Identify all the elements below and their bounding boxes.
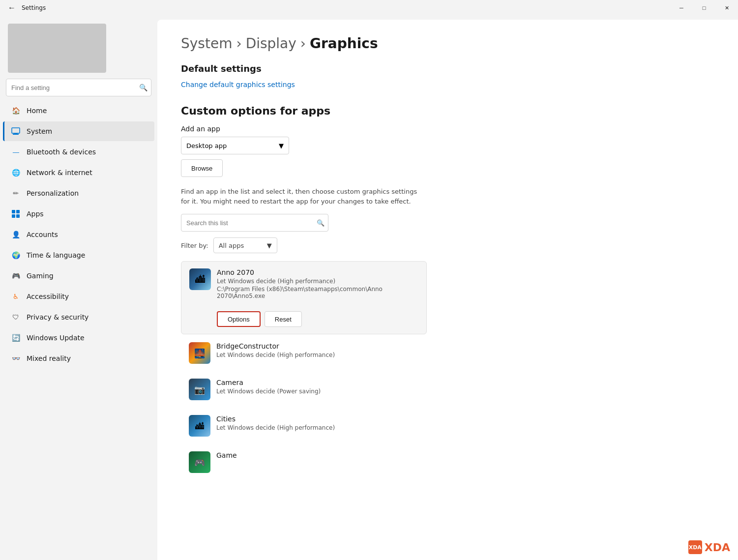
chevron-down-icon: ▼ bbox=[279, 142, 284, 149]
filter-value: All apps bbox=[219, 242, 244, 249]
mixed-reality-icon: 👓 bbox=[11, 354, 21, 363]
dropdown-value: Desktop app bbox=[186, 142, 227, 149]
svg-rect-4 bbox=[16, 210, 20, 213]
privacy-icon: 🛡 bbox=[11, 312, 21, 322]
back-button[interactable]: ← bbox=[6, 2, 18, 13]
reset-button[interactable]: Reset bbox=[265, 311, 302, 327]
breadcrumb-system[interactable]: System bbox=[181, 35, 232, 52]
sidebar-item-accessibility[interactable]: ♿ Accessibility bbox=[3, 287, 154, 306]
xda-text: XDA bbox=[705, 541, 730, 554]
sidebar: 🔍 🏠 Home System ⸻ Bluetooth & bbox=[0, 16, 157, 560]
bridge-app-detail: Let Windows decide (High performance) bbox=[216, 352, 419, 358]
app-item-cities[interactable]: 🏙 Cities Let Windows decide (High perfor… bbox=[181, 408, 427, 443]
main-content: System › Display › Graphics Default sett… bbox=[157, 20, 738, 560]
search-icon[interactable]: 🔍 bbox=[139, 84, 148, 91]
close-button[interactable]: ✕ bbox=[715, 0, 738, 16]
game-app-icon: 🎮 bbox=[189, 451, 210, 473]
search-list-box: 🔍 bbox=[181, 214, 328, 232]
filter-row: Filter by: All apps ▼ bbox=[181, 237, 714, 253]
sidebar-item-personalization[interactable]: ✏️ Personalization bbox=[3, 183, 154, 203]
bridge-app-icon: 🌉 bbox=[189, 342, 210, 364]
sidebar-item-label: Privacy & security bbox=[27, 313, 89, 321]
anno-app-detail: Let Windows decide (High performance) bbox=[217, 278, 418, 285]
anno-app-name: Anno 2070 bbox=[217, 268, 418, 276]
personalization-icon: ✏️ bbox=[11, 188, 21, 198]
app-item-camera[interactable]: 📷 Camera Let Windows decide (Power savin… bbox=[181, 372, 427, 407]
sidebar-item-gaming[interactable]: 🎮 Gaming bbox=[3, 266, 154, 286]
app-item-anno2070[interactable]: 🏙 Anno 2070 Let Windows decide (High per… bbox=[181, 261, 427, 334]
home-icon: 🏠 bbox=[11, 106, 21, 116]
cities-app-icon: 🏙 bbox=[189, 415, 210, 437]
cities-app-info: Cities Let Windows decide (High performa… bbox=[216, 415, 419, 431]
maximize-button[interactable]: □ bbox=[693, 0, 715, 16]
sidebar-item-label: Bluetooth & devices bbox=[27, 148, 96, 156]
gaming-icon: 🎮 bbox=[11, 271, 21, 281]
sidebar-item-bluetooth[interactable]: ⸻ Bluetooth & devices bbox=[3, 142, 154, 162]
titlebar-controls: ─ □ ✕ bbox=[670, 0, 738, 16]
accounts-icon: 👤 bbox=[11, 230, 21, 239]
search-list-input[interactable] bbox=[181, 214, 328, 232]
network-icon: 🌐 bbox=[11, 168, 21, 177]
titlebar-title: Settings bbox=[22, 4, 46, 11]
app-window: ← Settings ─ □ ✕ 🔍 🏠 Home bbox=[0, 0, 738, 560]
search-list-icon: 🔍 bbox=[317, 219, 325, 227]
sidebar-item-label: Accessibility bbox=[27, 293, 69, 300]
xda-watermark: XDA XDA bbox=[688, 540, 730, 554]
options-button[interactable]: Options bbox=[217, 311, 261, 327]
sidebar-item-system[interactable]: System bbox=[3, 121, 154, 141]
bluetooth-icon: ⸻ bbox=[11, 147, 21, 157]
app-item-top: 🏙 Anno 2070 Let Windows decide (High per… bbox=[189, 268, 418, 299]
change-default-link[interactable]: Change default graphics settings bbox=[181, 81, 295, 88]
minimize-button[interactable]: ─ bbox=[670, 0, 693, 16]
cities-app-name: Cities bbox=[216, 415, 419, 423]
svg-rect-0 bbox=[12, 128, 20, 133]
time-icon: 🌍 bbox=[11, 250, 21, 260]
filter-dropdown[interactable]: All apps ▼ bbox=[213, 237, 277, 253]
breadcrumb-sep-1: › bbox=[236, 35, 241, 52]
sidebar-item-network[interactable]: 🌐 Network & internet bbox=[3, 163, 154, 182]
camera-app-detail: Let Windows decide (Power saving) bbox=[216, 388, 419, 395]
game-app-info: Game bbox=[216, 451, 419, 461]
game-app-name: Game bbox=[216, 451, 419, 459]
bridge-app-name: BridgeConstructor bbox=[216, 342, 419, 350]
apps-icon bbox=[11, 209, 21, 219]
anno-app-info: Anno 2070 Let Windows decide (High perfo… bbox=[217, 268, 418, 299]
update-icon: 🔄 bbox=[11, 333, 21, 343]
sidebar-item-label: Mixed reality bbox=[27, 354, 71, 362]
search-box: 🔍 bbox=[6, 79, 151, 96]
filter-chevron-icon: ▼ bbox=[267, 242, 272, 249]
sidebar-item-update[interactable]: 🔄 Windows Update bbox=[3, 328, 154, 348]
search-input[interactable] bbox=[6, 79, 151, 96]
titlebar-left: ← Settings bbox=[6, 2, 46, 13]
default-settings-title: Default settings bbox=[181, 63, 714, 74]
sidebar-item-mixed[interactable]: 👓 Mixed reality bbox=[3, 349, 154, 368]
app-item-game[interactable]: 🎮 Game bbox=[181, 444, 427, 480]
sidebar-item-label: Home bbox=[27, 107, 47, 115]
sidebar-item-apps[interactable]: Apps bbox=[3, 204, 154, 224]
sidebar-item-time[interactable]: 🌍 Time & language bbox=[3, 245, 154, 265]
sidebar-item-label: Windows Update bbox=[27, 334, 85, 342]
custom-options-title: Custom options for apps bbox=[181, 105, 714, 117]
accessibility-icon: ♿ bbox=[11, 292, 21, 301]
app-type-dropdown[interactable]: Desktop app ▼ bbox=[181, 137, 289, 154]
sidebar-item-home[interactable]: 🏠 Home bbox=[3, 101, 154, 120]
breadcrumb-sep-2: › bbox=[300, 35, 306, 52]
sidebar-item-accounts[interactable]: 👤 Accounts bbox=[3, 225, 154, 244]
sidebar-item-privacy[interactable]: 🛡 Privacy & security bbox=[3, 307, 154, 327]
camera-app-icon: 📷 bbox=[189, 379, 210, 400]
content-area: 🔍 🏠 Home System ⸻ Bluetooth & bbox=[0, 16, 738, 560]
sidebar-item-label: Accounts bbox=[27, 231, 58, 238]
breadcrumb-display[interactable]: Display bbox=[246, 35, 296, 52]
sidebar-item-label: Apps bbox=[27, 210, 44, 218]
camera-app-name: Camera bbox=[216, 379, 419, 386]
titlebar: ← Settings ─ □ ✕ bbox=[0, 0, 738, 16]
bridge-app-info: BridgeConstructor Let Windows decide (Hi… bbox=[216, 342, 419, 358]
app-item-bridgeconstructor[interactable]: 🌉 BridgeConstructor Let Windows decide (… bbox=[181, 335, 427, 371]
sidebar-item-label: Personalization bbox=[27, 189, 79, 197]
anno-app-icon: 🏙 bbox=[189, 268, 211, 290]
user-avatar bbox=[8, 24, 106, 73]
browse-button[interactable]: Browse bbox=[181, 159, 223, 177]
filter-label: Filter by: bbox=[181, 242, 208, 249]
help-text: Find an app in the list and select it, t… bbox=[181, 187, 427, 206]
sidebar-item-label: Network & internet bbox=[27, 169, 92, 177]
